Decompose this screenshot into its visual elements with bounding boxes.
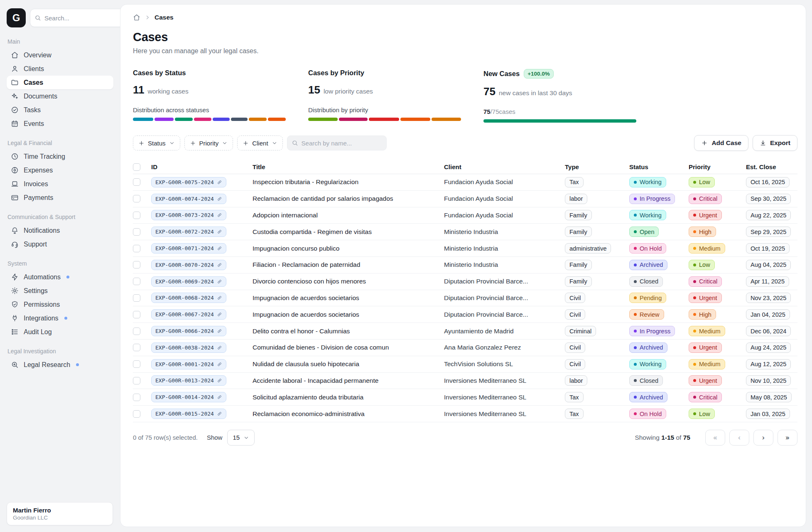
est-close-badge: May 08, 2025 [746,392,792,402]
sidebar-item-notifications[interactable]: Notifications [7,224,113,237]
case-id-badge[interactable]: EXP-G00R-0015-2024 [151,409,226,419]
row-checkbox[interactable] [133,212,140,219]
sidebar-item-support[interactable]: Support [7,237,113,251]
export-button[interactable]: Export [753,135,797,151]
sparkles-icon [11,92,19,100]
case-id-badge[interactable]: EXP-G00R-0074-2024 [151,194,226,204]
case-id-badge[interactable]: EXP-G00R-0070-2024 [151,260,226,270]
column-header-id[interactable]: ID [151,163,253,170]
column-header-type[interactable]: Type [565,163,629,170]
link-icon [217,180,222,185]
chevron-down-icon [243,435,249,441]
table-search[interactable] [287,135,387,150]
stat-title: Cases by Priority [308,69,364,77]
add-case-button[interactable]: Add Case [694,135,748,151]
breadcrumb-current[interactable]: Cases [155,14,174,21]
last-page-button[interactable]: » [778,430,797,446]
case-id-badge[interactable]: EXP-G00R-0069-2024 [151,276,226,287]
page-size-select[interactable]: 15 [227,430,255,446]
table-row[interactable]: EXP-G00R-0071-2024Impugnacion concurso p… [133,240,797,257]
column-header-est-close[interactable]: Est. Close [746,163,797,170]
table-row[interactable]: EXP-G00R-0069-2024Divorcio contencioso c… [133,273,797,290]
case-title: Delito contra el honor - Calumnias [253,328,444,335]
case-id-badge[interactable]: EXP-G00R-0071-2024 [151,243,226,254]
row-checkbox[interactable] [133,278,140,285]
sidebar-item-time-tracking[interactable]: Time Tracking [7,150,113,163]
sidebar-item-events[interactable]: Events [7,117,113,131]
row-checkbox[interactable] [133,360,140,368]
sidebar-item-overview[interactable]: Overview [7,48,113,62]
row-checkbox[interactable] [133,261,140,268]
table-row[interactable]: EXP-G00R-0038-2024Comunidad de bienes - … [133,340,797,356]
table-row[interactable]: EXP-G00R-0015-2024Reclamacion economico-… [133,406,797,422]
table-row[interactable]: EXP-G00R-0072-2024Custodia compartida - … [133,224,797,240]
table-row[interactable]: EXP-G00R-0067-2024Impugnacion de acuerdo… [133,306,797,323]
row-checkbox[interactable] [133,178,140,186]
row-checkbox[interactable] [133,344,140,351]
case-id-badge[interactable]: EXP-G00R-0014-2024 [151,392,226,402]
select-all-checkbox[interactable] [133,163,140,171]
sidebar-item-automations[interactable]: Automations [7,270,113,284]
table-row[interactable]: EXP-G00R-0075-2024Inspeccion tributaria … [133,174,797,191]
table-row[interactable]: EXP-G00R-0070-2024Filiacion - Reclamacio… [133,257,797,273]
sidebar-item-tasks[interactable]: Tasks [7,103,113,117]
case-id-badge[interactable]: EXP-G00R-0072-2024 [151,227,226,237]
filter-status-button[interactable]: Status [133,135,180,150]
row-checkbox[interactable] [133,410,140,418]
table-row[interactable]: EXP-G00R-0068-2024Impugnacion de acuerdo… [133,290,797,307]
row-checkbox[interactable] [133,195,140,202]
column-header-priority[interactable]: Priority [689,163,746,170]
sidebar-item-cases[interactable]: Cases [7,76,113,89]
case-id-badge[interactable]: EXP-G00R-0013-2024 [151,375,226,386]
search-input[interactable] [44,15,127,22]
table-row[interactable]: EXP-G00R-0013-2024Accidente laboral - In… [133,373,797,389]
link-icon [217,394,222,400]
row-checkbox[interactable] [133,394,140,401]
column-header-status[interactable]: Status [629,163,689,170]
row-checkbox[interactable] [133,311,140,318]
column-header-client[interactable]: Client [444,163,565,170]
case-id-badge[interactable]: EXP-G00R-0038-2024 [151,342,226,353]
case-id-badge[interactable]: EXP-G00R-0073-2024 [151,210,226,220]
row-checkbox[interactable] [133,328,140,335]
app-logo[interactable]: G [7,8,26,27]
table-row[interactable]: EXP-G00R-0066-2024Delito contra el honor… [133,323,797,340]
row-checkbox[interactable] [133,228,140,236]
sidebar-item-documents[interactable]: Documents [7,89,113,103]
case-id-badge[interactable]: EXP-G00R-0067-2024 [151,309,226,320]
row-checkbox[interactable] [133,294,140,302]
home-icon[interactable] [133,14,140,21]
sidebar-item-permissions[interactable]: Permissions [7,298,113,311]
sidebar-item-audit-log[interactable]: Audit Log [7,325,113,339]
sidebar-item-integrations[interactable]: Integrations [7,311,113,325]
case-id-badge[interactable]: EXP-G00R-0075-2024 [151,177,226,187]
filter-client-button[interactable]: Client [237,135,282,150]
showing-range: Showing 1-15 of 75 [635,434,690,441]
est-close-badge: Sep 29, 2025 [746,227,791,237]
sidebar-item-payments[interactable]: Payments [7,191,113,204]
sidebar-item-invoices[interactable]: Invoices [7,177,113,191]
filter-priority-button[interactable]: Priority [184,135,233,150]
table-row[interactable]: EXP-G00R-0074-2024Reclamacion de cantida… [133,191,797,207]
sidebar-item-settings[interactable]: Settings [7,284,113,298]
column-header-title[interactable]: Title [253,163,444,170]
first-page-button[interactable]: « [705,430,725,446]
next-page-button[interactable]: › [753,430,773,446]
row-checkbox[interactable] [133,377,140,384]
table-row[interactable]: EXP-G00R-0014-2024Solicitud aplazamiento… [133,389,797,406]
case-id-badge[interactable]: EXP-G00R-0066-2024 [151,326,226,336]
table-row[interactable]: EXP-G00R-0001-2024Nulidad de clausula su… [133,356,797,373]
case-id-badge[interactable]: EXP-G00R-0001-2024 [151,359,226,369]
sidebar-item-label: Time Tracking [24,153,65,160]
distribution-segment [175,118,193,121]
table-row[interactable]: EXP-G00R-0073-2024Adopcion internacional… [133,207,797,224]
table-search-input[interactable] [302,140,382,147]
sidebar-item-expenses[interactable]: Expenses [7,163,113,177]
prev-page-button[interactable]: ‹ [729,430,749,446]
row-checkbox[interactable] [133,245,140,252]
case-id-badge[interactable]: EXP-G00R-0068-2024 [151,293,226,303]
sidebar-item-clients[interactable]: Clients [7,62,113,76]
user-card[interactable]: Martin Fierro Goordian LLC [7,502,113,525]
sidebar-item-legal-research[interactable]: Legal Research [7,358,113,372]
distribution-segment [308,118,338,121]
